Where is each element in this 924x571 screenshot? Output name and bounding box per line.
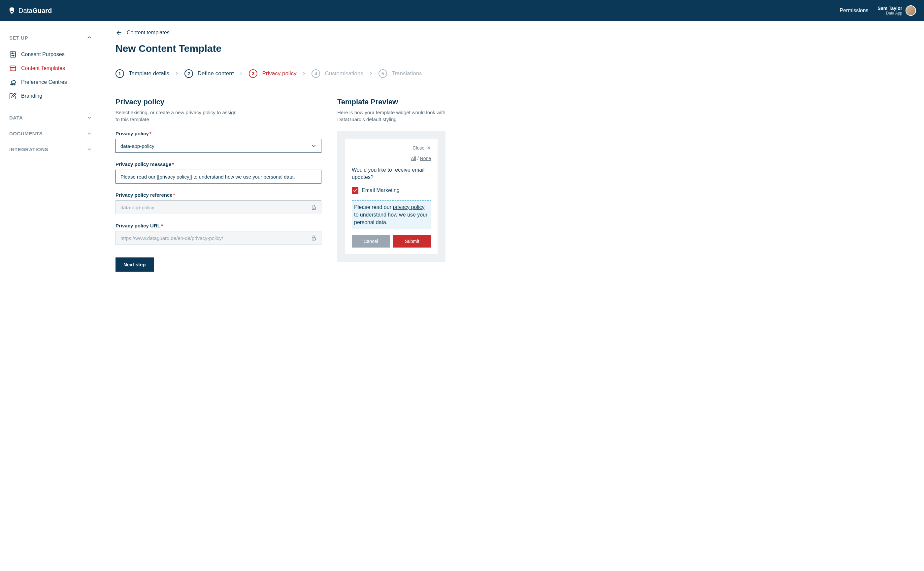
sidebar-item-label: Preference Centres [21, 79, 67, 85]
avatar[interactable] [905, 5, 916, 16]
sidebar-item-label: Content Templates [21, 65, 65, 71]
step-define-content[interactable]: 2 Define content [185, 69, 234, 78]
permissions-link[interactable]: Permissions [839, 8, 868, 14]
check-icon [353, 188, 357, 193]
stepper: 1 Template details 2 Define content 3 Pr… [116, 69, 911, 78]
page-title: New Content Template [116, 43, 911, 54]
chevron-down-icon [86, 130, 93, 137]
message-label: Privacy policy message* [116, 161, 321, 167]
step-label: Template details [129, 70, 169, 77]
chevron-right-icon [174, 71, 180, 77]
sidebar-section-setup[interactable]: SET UP [9, 34, 93, 41]
user-name: Sam Taylor [878, 6, 902, 11]
template-icon [9, 65, 17, 72]
none-link[interactable]: None [420, 156, 431, 161]
reference-input [116, 201, 321, 214]
step-customisations[interactable]: 4 Customisations [312, 69, 363, 78]
close-icon [426, 145, 431, 150]
svg-point-8 [11, 84, 12, 85]
chevron-up-icon [86, 34, 93, 41]
sidebar-item-label: Consent Purposes [21, 51, 65, 57]
chevron-right-icon [238, 71, 244, 77]
sidebar-section-title: SET UP [9, 35, 28, 41]
brand-logo[interactable]: DataGuard [8, 6, 52, 14]
lock-icon [311, 204, 317, 210]
user-app: Data App [878, 11, 902, 15]
step-number: 3 [249, 69, 258, 78]
svg-point-9 [12, 84, 14, 85]
pencil-icon [9, 93, 17, 100]
all-link[interactable]: All [411, 156, 416, 161]
step-label: Define content [197, 70, 234, 77]
preview-question: Would you like to receive email updates? [352, 166, 431, 181]
step-privacy-policy[interactable]: 3 Privacy policy [249, 69, 296, 78]
svg-point-15 [313, 239, 314, 239]
step-template-details[interactable]: 1 Template details [116, 69, 169, 78]
policy-select[interactable] [116, 139, 321, 153]
sidebar-item-branding[interactable]: Branding [9, 89, 93, 103]
submit-button[interactable]: Submit [393, 235, 431, 247]
breadcrumb[interactable]: Content templates [116, 29, 911, 36]
preview-desc: Here is how your template widget would l… [337, 109, 446, 123]
chevron-down-icon [86, 146, 93, 153]
cancel-button[interactable]: Cancel [352, 235, 390, 247]
svg-point-4 [13, 55, 14, 56]
sidebar-item-consent-purposes[interactable]: Consent Purposes [9, 48, 93, 62]
chevron-right-icon [301, 71, 307, 77]
breadcrumb-label: Content templates [127, 30, 170, 35]
form-section-title: Privacy policy [116, 98, 321, 106]
step-number: 1 [116, 69, 124, 78]
step-label: Translations [392, 70, 422, 77]
svg-point-10 [14, 84, 15, 85]
preview-wrapper: Close All / None Would you like to recei… [337, 131, 446, 262]
form-section: Privacy policy Select existing, or creat… [116, 98, 321, 272]
main-content: Content templates New Content Template 1… [102, 21, 924, 571]
close-label: Close [412, 145, 424, 151]
form-section-desc: Select existing, or create a new privacy… [116, 109, 241, 123]
sidebar-section-documents[interactable]: DOCUMENTS [9, 125, 93, 141]
policy-message-box: Please read our privacy policy to unders… [352, 201, 431, 229]
step-number: 2 [185, 69, 193, 78]
sidebar-item-preference-centres[interactable]: Preference Centres [9, 75, 93, 89]
preview-all-none: All / None [352, 156, 431, 161]
brand-bold: Guard [32, 7, 52, 14]
arrow-left-icon [116, 29, 123, 36]
next-step-button[interactable]: Next step [116, 258, 154, 272]
checkbox-checked[interactable] [352, 187, 358, 194]
step-number: 5 [378, 69, 387, 78]
message-input[interactable] [116, 170, 321, 184]
header-right: Permissions Sam Taylor Data App [839, 5, 916, 16]
preview-section: Template Preview Here is how your templa… [337, 98, 446, 262]
checkbox-row[interactable]: Email Marketing [352, 187, 431, 194]
sliders-icon [9, 51, 17, 58]
sidebar-section-integrations[interactable]: INTEGRATIONS [9, 141, 93, 157]
svg-rect-0 [10, 52, 16, 57]
sidebar-section-title: DATA [9, 115, 23, 120]
sidebar-item-label: Branding [21, 93, 42, 99]
sidebar-section-title: DOCUMENTS [9, 131, 43, 136]
sidebar: SET UP Consent Purposes Content Template… [0, 21, 102, 571]
preview-title: Template Preview [337, 98, 446, 106]
cloud-network-icon [9, 79, 17, 86]
chevron-right-icon [368, 71, 374, 77]
checkbox-label: Email Marketing [362, 187, 400, 193]
svg-point-13 [313, 208, 314, 208]
sidebar-section-data[interactable]: DATA [9, 110, 93, 125]
policy-label: Privacy policy* [116, 131, 321, 136]
sidebar-section-title: INTEGRATIONS [9, 147, 48, 152]
preview-close[interactable]: Close [352, 145, 431, 151]
shield-icon [8, 6, 16, 14]
sidebar-item-content-templates[interactable]: Content Templates [9, 62, 93, 75]
step-number: 4 [312, 69, 320, 78]
app-header: DataGuard Permissions Sam Taylor Data Ap… [0, 0, 924, 21]
svg-rect-5 [10, 66, 16, 71]
step-label: Privacy policy [262, 70, 296, 77]
user-info[interactable]: Sam Taylor Data App [878, 5, 916, 16]
preview-card: Close All / None Would you like to recei… [345, 139, 438, 254]
brand-prefix: Data [19, 7, 32, 14]
step-translations[interactable]: 5 Translations [378, 69, 422, 78]
reference-label: Privacy policy reference* [116, 192, 321, 198]
url-label: Privacy policy URL* [116, 223, 321, 228]
privacy-policy-link[interactable]: privacy policy [393, 204, 424, 210]
url-input [116, 231, 321, 245]
